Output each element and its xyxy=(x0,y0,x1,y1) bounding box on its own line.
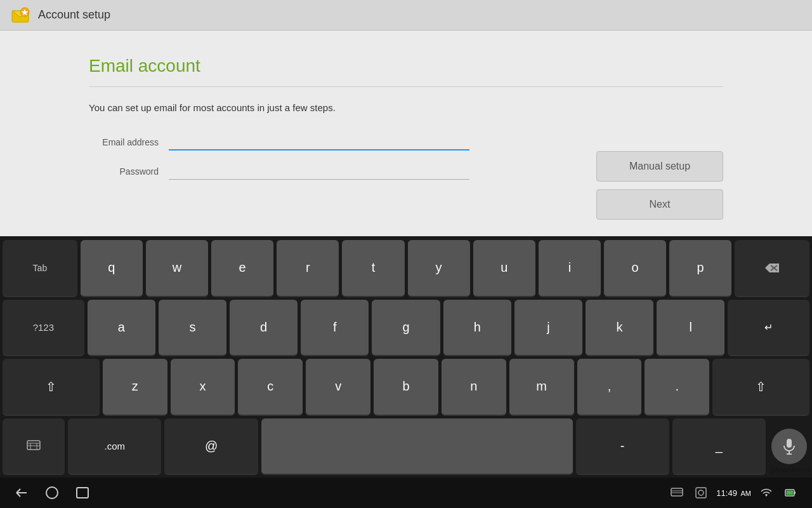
svg-point-14 xyxy=(46,487,58,498)
form-section: Email address Password xyxy=(89,133,469,180)
keyboard-row-2: ?123 a s d f g h j k l ↵ xyxy=(3,300,809,357)
svg-rect-22 xyxy=(787,491,794,495)
top-bar-title: Account setup xyxy=(38,8,110,22)
password-input[interactable] xyxy=(169,163,469,180)
battery-icon xyxy=(782,484,799,502)
top-bar: Account setup xyxy=(0,0,812,30)
key-r[interactable]: r xyxy=(277,240,339,297)
key-shift-right[interactable]: ⇧ xyxy=(712,359,809,416)
key-layout[interactable] xyxy=(3,418,65,476)
key-g[interactable]: g xyxy=(372,300,440,357)
key-space[interactable] xyxy=(261,418,573,476)
key-t[interactable]: t xyxy=(342,240,404,297)
action-buttons: Manual setup Next xyxy=(596,151,723,220)
keyboard-toggle-icon[interactable] xyxy=(668,484,686,502)
time-text: 11:49 xyxy=(716,488,737,498)
key-a[interactable]: a xyxy=(88,300,155,357)
svg-rect-15 xyxy=(77,488,88,498)
key-mic[interactable] xyxy=(771,429,807,464)
password-row: Password xyxy=(89,163,469,180)
home-button[interactable] xyxy=(43,484,61,502)
ampm-text: AM xyxy=(741,490,752,497)
back-button[interactable] xyxy=(13,484,30,502)
key-m[interactable]: m xyxy=(509,359,574,416)
divider xyxy=(89,86,723,87)
svg-rect-6 xyxy=(27,441,40,450)
keyboard-row-3: ⇧ z x c v b n m , . ⇧ xyxy=(3,359,809,416)
screenshot-icon[interactable] xyxy=(692,484,710,502)
key-shift-left[interactable]: ⇧ xyxy=(3,359,100,416)
key-comma[interactable]: , xyxy=(577,359,642,416)
keyboard-row-4: .com @ - _ xyxy=(3,418,809,476)
content-area: Email account You can set up email for m… xyxy=(0,30,812,236)
email-label: Email address xyxy=(89,137,159,147)
key-enter[interactable]: ↵ xyxy=(728,300,809,357)
key-o[interactable]: o xyxy=(604,240,666,297)
key-b[interactable]: b xyxy=(374,359,438,416)
key-period[interactable]: . xyxy=(645,359,709,416)
key-u[interactable]: u xyxy=(473,240,535,297)
key-i[interactable]: i xyxy=(539,240,601,297)
key-123[interactable]: ?123 xyxy=(3,300,84,357)
svg-rect-19 xyxy=(696,488,706,498)
key-at[interactable]: @ xyxy=(164,418,258,476)
svg-rect-11 xyxy=(787,439,792,448)
key-c[interactable]: c xyxy=(238,359,303,416)
password-label: Password xyxy=(89,166,159,177)
subtitle: You can set up email for most accounts i… xyxy=(89,102,723,113)
keyboard-area: Tab q w e r t y u i o p ?123 a s d f g h… xyxy=(0,236,812,478)
next-button[interactable]: Next xyxy=(596,189,723,220)
key-dotcom[interactable]: .com xyxy=(68,418,161,476)
key-y[interactable]: y xyxy=(408,240,470,297)
key-tab[interactable]: Tab xyxy=(3,240,77,297)
wifi-icon xyxy=(757,484,775,502)
page-title: Email account xyxy=(89,56,723,76)
key-n[interactable]: n xyxy=(442,359,506,416)
svg-point-20 xyxy=(698,490,704,495)
key-x[interactable]: x xyxy=(171,359,235,416)
time-display: 11:49 AM xyxy=(716,488,751,498)
key-h[interactable]: h xyxy=(443,300,511,357)
key-e[interactable]: e xyxy=(211,240,273,297)
svg-rect-16 xyxy=(671,488,683,496)
app-icon xyxy=(10,5,30,25)
manual-setup-button[interactable]: Manual setup xyxy=(596,151,723,182)
recents-button[interactable] xyxy=(74,484,91,502)
key-d[interactable]: d xyxy=(230,300,298,357)
email-row: Email address xyxy=(89,133,469,150)
keyboard-row-1: Tab q w e r t y u i o p xyxy=(3,240,809,297)
bottom-nav-left xyxy=(13,484,91,502)
key-f[interactable]: f xyxy=(301,300,369,357)
key-dash[interactable]: - xyxy=(576,418,669,476)
key-p[interactable]: p xyxy=(669,240,731,297)
bottom-nav-right: 11:49 AM xyxy=(668,484,799,502)
key-l[interactable]: l xyxy=(657,300,724,357)
key-j[interactable]: j xyxy=(514,300,582,357)
key-s[interactable]: s xyxy=(159,300,226,357)
bottom-nav: 11:49 AM xyxy=(0,478,812,508)
email-input[interactable] xyxy=(169,133,469,150)
key-delete[interactable] xyxy=(735,240,809,297)
key-w[interactable]: w xyxy=(146,240,208,297)
svg-rect-23 xyxy=(794,491,796,494)
key-z[interactable]: z xyxy=(103,359,167,416)
key-k[interactable]: k xyxy=(586,300,653,357)
key-underscore[interactable]: _ xyxy=(672,418,766,476)
key-q[interactable]: q xyxy=(81,240,143,297)
key-v[interactable]: v xyxy=(306,359,370,416)
